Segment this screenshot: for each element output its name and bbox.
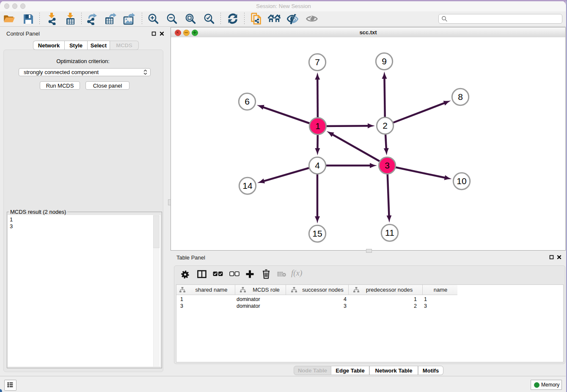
svg-text:10: 10 xyxy=(457,176,466,186)
svg-text:14: 14 xyxy=(242,181,253,190)
svg-text:11: 11 xyxy=(385,228,394,237)
svg-text:1: 1 xyxy=(315,121,320,131)
svg-text:8: 8 xyxy=(458,92,463,102)
svg-text:6: 6 xyxy=(245,97,250,106)
svg-text:4: 4 xyxy=(315,160,320,170)
svg-text:3: 3 xyxy=(385,160,390,170)
svg-text:7: 7 xyxy=(315,57,320,67)
svg-text:9: 9 xyxy=(382,56,387,66)
svg-text:15: 15 xyxy=(312,229,322,238)
svg-text:2: 2 xyxy=(383,121,388,130)
